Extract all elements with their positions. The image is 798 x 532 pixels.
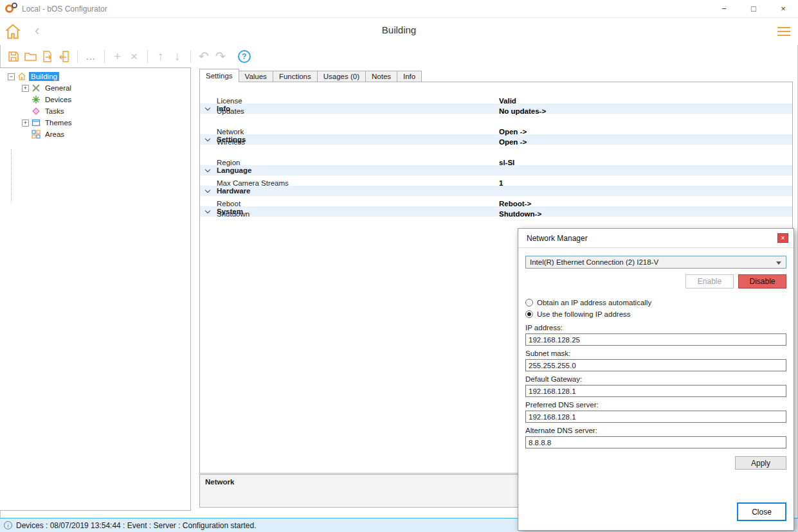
move-up-button[interactable]: ↑ — [154, 50, 167, 63]
menu-icon[interactable] — [777, 27, 790, 39]
alternate-dns-label: Alternate DNS server: — [525, 427, 786, 434]
expand-expander[interactable]: + — [22, 120, 29, 127]
setting-value[interactable]: Open -> — [499, 128, 527, 136]
preferred-dns-label: Preferred DNS server: — [525, 401, 786, 409]
dialog-close-icon[interactable]: × — [777, 233, 788, 243]
radio-label[interactable]: Use the following IP address — [537, 310, 631, 318]
dialog-titlebar[interactable]: Network Manager × — [518, 229, 793, 248]
titlebar: Local - bOS Configurator − □ × — [0, 0, 798, 18]
tree-panel: − Building + General Devices Tasks + The… — [0, 67, 191, 511]
ip-address-label: IP address: — [525, 324, 786, 332]
setting-value[interactable]: Shutdown-> — [499, 210, 541, 218]
save-button[interactable] — [7, 50, 20, 63]
add-button[interactable]: + — [111, 50, 124, 63]
setting-value[interactable]: No updates-> — [499, 107, 546, 115]
expander-spacer — [22, 96, 29, 103]
tree-item-label[interactable]: Themes — [43, 118, 74, 127]
adapter-dropdown[interactable]: Intel(R) Ethernet Connection (2) I218-V — [525, 256, 786, 269]
folder-icon — [24, 50, 37, 63]
undo-button[interactable]: ↶ — [197, 50, 210, 63]
close-button[interactable]: × — [768, 0, 798, 18]
toolbar-separator — [104, 50, 105, 63]
radio-icon[interactable] — [525, 299, 533, 306]
close-dialog-button[interactable]: Close — [737, 502, 786, 521]
setting-row-max-camera-streams[interactable]: Max Camera Streams 1 — [200, 178, 792, 188]
status-text: Devices : 08/07/2019 13:54:44 : Event : … — [16, 521, 257, 530]
preferred-dns-input[interactable] — [525, 411, 786, 423]
redo-button[interactable]: ↷ — [214, 50, 227, 63]
setting-label: Updates — [217, 107, 244, 115]
network-manager-dialog: Network Manager × Intel(R) Ethernet Conn… — [518, 228, 794, 531]
export-document-icon — [41, 50, 54, 63]
tab-info[interactable]: Info — [397, 71, 422, 82]
setting-value[interactable]: Reboot-> — [499, 200, 531, 208]
setting-row-updates[interactable]: Updates No updates-> — [200, 106, 792, 116]
tab-settings[interactable]: Settings — [199, 69, 239, 82]
tab-notes[interactable]: Notes — [365, 71, 397, 82]
setting-row-network[interactable]: Network Open -> — [200, 127, 792, 137]
expand-expander[interactable]: + — [22, 85, 29, 92]
building-icon — [17, 72, 26, 81]
apply-button[interactable]: Apply — [735, 456, 786, 470]
tree-item-themes[interactable]: + Themes — [22, 117, 190, 129]
tree-item-devices[interactable]: Devices — [22, 94, 190, 105]
tree-item-general[interactable]: + General — [22, 82, 190, 94]
move-down-button[interactable]: ↓ — [171, 50, 184, 63]
more-button[interactable]: ... — [86, 51, 96, 62]
setting-label: License — [217, 97, 242, 105]
minimize-button[interactable]: − — [709, 0, 739, 18]
tab-values[interactable]: Values — [239, 71, 273, 82]
tree-item-building[interactable]: − Building — [8, 71, 190, 82]
import-button[interactable] — [58, 50, 71, 63]
toolbar: ... + × ↑ ↓ ↶ ↷ ? — [0, 45, 798, 67]
setting-row-reboot[interactable]: Reboot Reboot-> — [200, 199, 792, 209]
tab-usages[interactable]: Usages (0) — [317, 71, 366, 82]
tree-item-label[interactable]: General — [43, 84, 73, 93]
open-button[interactable] — [24, 50, 37, 63]
disable-button[interactable]: Disable — [738, 274, 786, 288]
export-button[interactable] — [41, 50, 54, 63]
help-button[interactable]: ? — [238, 50, 251, 63]
setting-row-shutdown[interactable]: Shutdown Shutdown-> — [200, 209, 792, 219]
general-tools-icon — [32, 84, 41, 93]
radio-checked-icon[interactable] — [525, 310, 533, 318]
tree-item-areas[interactable]: Areas — [22, 129, 190, 140]
radio-label[interactable]: Obtain an IP address automatically — [537, 299, 651, 306]
collapse-expander[interactable]: − — [8, 73, 15, 80]
default-gateway-input[interactable] — [525, 385, 786, 397]
tasks-icon — [32, 107, 41, 116]
tree-item-tasks[interactable]: Tasks — [22, 105, 190, 117]
setting-value[interactable]: sl-SI — [499, 159, 514, 166]
tree-connector — [11, 149, 12, 202]
toolbar-separator — [147, 50, 148, 63]
page-title: Building — [0, 24, 798, 35]
alternate-dns-input[interactable] — [525, 436, 786, 448]
tree-item-label[interactable]: Tasks — [43, 107, 66, 116]
import-document-icon — [58, 50, 71, 63]
tree-item-label[interactable]: Areas — [43, 130, 66, 139]
toolbar-separator — [190, 50, 191, 63]
enable-button[interactable]: Enable — [685, 274, 734, 288]
setting-value[interactable]: Open -> — [499, 138, 527, 146]
delete-button[interactable]: × — [128, 50, 141, 63]
tree-item-label[interactable]: Devices — [43, 95, 73, 104]
subnet-mask-input[interactable] — [525, 359, 786, 371]
maximize-button[interactable]: □ — [739, 0, 768, 18]
description-title: Network — [205, 478, 234, 486]
setting-label: Wireless — [217, 138, 245, 146]
devices-icon — [32, 95, 41, 104]
radio-use-following-ip[interactable]: Use the following IP address — [525, 308, 786, 320]
setting-row-region[interactable]: Region sl-SI — [200, 157, 792, 168]
setting-row-license[interactable]: License Valid — [200, 96, 792, 106]
app-logo-icon — [5, 3, 17, 15]
tab-functions[interactable]: Functions — [273, 71, 318, 82]
setting-label: Shutdown — [217, 210, 249, 218]
tree-item-label[interactable]: Building — [29, 72, 59, 81]
ip-address-input[interactable] — [525, 333, 786, 346]
areas-icon — [32, 130, 41, 139]
header: ‹ Building — [0, 18, 798, 45]
setting-value[interactable]: 1 — [499, 179, 503, 187]
setting-row-wireless[interactable]: Wireless Open -> — [200, 137, 792, 147]
radio-obtain-ip-auto[interactable]: Obtain an IP address automatically — [525, 297, 786, 308]
setting-label: Max Camera Streams — [217, 179, 289, 187]
